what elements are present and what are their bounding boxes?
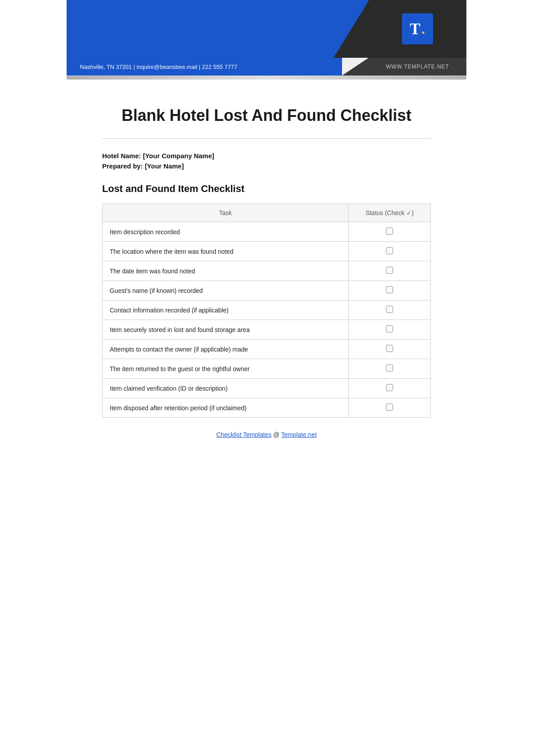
divider [102, 138, 431, 139]
task-cell: Attempts to contact the owner (if applic… [103, 340, 349, 359]
table-row: Item disposed after retention period (if… [103, 398, 431, 418]
status-cell [349, 261, 431, 281]
checklist-templates-link[interactable]: Checklist Templates [216, 431, 271, 438]
hotel-name-value: [Your Company Name] [143, 152, 215, 160]
gray-stripe [67, 76, 466, 80]
sub-header-blue: Nashville, TN 37201 | inquire@beansbee.m… [67, 58, 342, 76]
status-cell [349, 398, 431, 418]
sub-header: Nashville, TN 37201 | inquire@beansbee.m… [67, 58, 466, 76]
checkbox-icon[interactable] [386, 404, 393, 411]
prepared-by-value: [Your Name] [145, 162, 184, 170]
sub-header-diagonal [342, 58, 369, 76]
checkbox-icon[interactable] [386, 228, 393, 235]
hotel-name-label: Hotel Name: [102, 152, 143, 160]
status-cell [349, 340, 431, 359]
meta-info: Hotel Name: [Your Company Name] Prepared… [102, 152, 431, 170]
checkbox-icon[interactable] [386, 345, 393, 352]
task-cell: Guest's name (if known) recorded [103, 281, 349, 300]
task-cell: The date item was found noted [103, 261, 349, 281]
table-row: Item claimed verification (ID or descrip… [103, 379, 431, 398]
status-cell [349, 222, 431, 242]
status-cell [349, 242, 431, 261]
table-row: Contact information recorded (if applica… [103, 300, 431, 320]
table-body: Item description recorded The location w… [103, 222, 431, 418]
checkbox-icon[interactable] [386, 247, 393, 254]
task-cell: The item returned to the guest or the ri… [103, 359, 349, 379]
status-cell [349, 379, 431, 398]
website-text: WWW.TEMPLATE.NET [386, 64, 449, 70]
header-dark-section: T . [369, 0, 466, 58]
sub-header-dark: WWW.TEMPLATE.NET [369, 58, 466, 76]
table-row: Attempts to contact the owner (if applic… [103, 340, 431, 359]
contact-info: Nashville, TN 37201 | inquire@beansbee.m… [80, 64, 237, 70]
task-cell: The location where the item was found no… [103, 242, 349, 261]
table-row: The date item was found noted [103, 261, 431, 281]
footer-links: Checklist Templates @ Template.net [102, 431, 431, 438]
prepared-by-label: Prepared by: [102, 162, 145, 170]
col-task: Task [103, 204, 349, 222]
checkbox-icon[interactable] [386, 306, 393, 313]
logo-box: T . [402, 13, 433, 44]
col-status: Status (Check ✓) [349, 204, 431, 222]
logo-dot: . [422, 21, 426, 37]
header-blue-section [67, 0, 369, 58]
table-header-row: Task Status (Check ✓) [103, 204, 431, 222]
checklist-table: Task Status (Check ✓) Item description r… [102, 204, 431, 418]
page-title: Blank Hotel Lost And Found Checklist [102, 106, 431, 125]
footer-separator: @ [273, 431, 281, 438]
page-header: T . [67, 0, 466, 58]
section-title: Lost and Found Item Checklist [102, 183, 431, 195]
status-cell [349, 359, 431, 379]
table-row: Guest's name (if known) recorded [103, 281, 431, 300]
table-row: Item securely stored in lost and found s… [103, 320, 431, 340]
table-row: The item returned to the guest or the ri… [103, 359, 431, 379]
checkbox-icon[interactable] [386, 384, 393, 391]
checkbox-icon[interactable] [386, 267, 393, 274]
logo-letter: T [410, 20, 421, 38]
checkbox-icon[interactable] [386, 286, 393, 293]
task-cell: Item disposed after retention period (if… [103, 398, 349, 418]
logo-area: T . [402, 13, 433, 44]
task-cell: Item claimed verification (ID or descrip… [103, 379, 349, 398]
hotel-name-line: Hotel Name: [Your Company Name] [102, 152, 431, 160]
prepared-by-line: Prepared by: [Your Name] [102, 162, 431, 170]
status-cell [349, 281, 431, 300]
table-row: The location where the item was found no… [103, 242, 431, 261]
status-cell [349, 300, 431, 320]
task-cell: Item securely stored in lost and found s… [103, 320, 349, 340]
status-cell [349, 320, 431, 340]
task-cell: Contact information recorded (if applica… [103, 300, 349, 320]
table-row: Item description recorded [103, 222, 431, 242]
checkbox-icon[interactable] [386, 364, 393, 372]
checkbox-icon[interactable] [386, 325, 393, 332]
logo-inner: T . [410, 20, 426, 38]
task-cell: Item description recorded [103, 222, 349, 242]
template-net-link[interactable]: Template.net [281, 431, 317, 438]
table-header: Task Status (Check ✓) [103, 204, 431, 222]
main-content: Blank Hotel Lost And Found Checklist Hot… [67, 80, 466, 474]
